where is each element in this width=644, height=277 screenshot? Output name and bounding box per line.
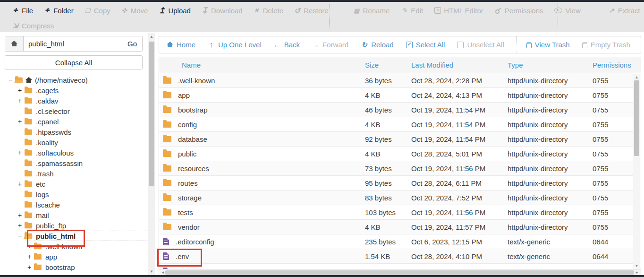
table-row[interactable]: .well-known 36 bytes Oct 28, 2024, 2:28 … xyxy=(159,73,634,88)
back-button[interactable]: Back xyxy=(274,41,300,49)
file-name: .well-known xyxy=(178,77,215,85)
tree-item[interactable]: + .cagefs xyxy=(5,85,144,95)
table-row[interactable]: vendor 4 KB Oct 19, 2024, 11:57 PM httpd… xyxy=(159,220,634,234)
tree-toggle[interactable]: + xyxy=(27,253,34,260)
table-row[interactable]: routes 95 bytes Oct 28, 2024, 6:11 PM ht… xyxy=(159,176,634,190)
scroll-down-arrow-icon[interactable]: ▼ xyxy=(148,269,155,274)
upload-button[interactable]: Upload xyxy=(158,7,191,15)
tree-item-label: .caldav xyxy=(36,97,59,105)
tree-item[interactable]: − public_html xyxy=(5,231,144,241)
restore-button[interactable]: Restore xyxy=(294,7,329,15)
tree-toggle[interactable]: + xyxy=(18,87,25,94)
tree-item[interactable]: + etc xyxy=(5,179,144,189)
folder-icon xyxy=(25,202,32,207)
permissions-button[interactable]: Permissions xyxy=(495,7,543,15)
table-scrollbar[interactable]: ▲ ▼ xyxy=(633,74,640,269)
scroll-up-arrow-icon[interactable]: ▲ xyxy=(633,75,640,79)
folder-icon xyxy=(163,107,171,113)
table-row[interactable]: app 4 KB Oct 24, 2024, 4:13 PM httpd/uni… xyxy=(159,88,634,103)
tree-item[interactable]: + bootstrap xyxy=(5,262,144,272)
tree-toggle[interactable]: + xyxy=(18,118,25,125)
table-row[interactable]: tests 103 bytes Oct 19, 2024, 11:56 PM h… xyxy=(159,205,634,220)
go-button[interactable]: Go xyxy=(122,36,142,51)
horizontal-scrollbar-thumb[interactable] xyxy=(165,270,634,275)
tree-item[interactable]: + public_ftp xyxy=(5,220,144,231)
compress-button[interactable]: Compress xyxy=(12,22,54,30)
table-row[interactable]: .editorconfig 235 bytes Oct 6, 2023, 12:… xyxy=(159,234,634,249)
table-row[interactable]: bootstrap 46 bytes Oct 19, 2024, 11:54 P… xyxy=(159,103,634,117)
delete-button[interactable]: Delete xyxy=(253,7,283,15)
tree-toggle[interactable]: + xyxy=(18,211,25,219)
tree-item[interactable]: .spamassassin xyxy=(5,158,144,168)
download-button[interactable]: Download xyxy=(201,7,243,15)
tree-item[interactable]: .trash xyxy=(5,168,144,179)
tree-item[interactable]: .koality xyxy=(5,137,144,147)
sidebar-scrollbar-thumb[interactable] xyxy=(149,42,154,186)
scroll-up-arrow-icon[interactable]: ▲ xyxy=(148,35,155,39)
checkbox-empty-icon xyxy=(457,42,464,48)
table-row[interactable]: config 4 KB Oct 19, 2024, 11:54 PM httpd… xyxy=(159,117,634,132)
file-button-label: File xyxy=(22,7,33,15)
toolbar-row-2: Compress xyxy=(12,19,54,32)
column-header-type[interactable]: Type xyxy=(508,61,593,69)
tree-item[interactable]: + .well-known xyxy=(5,241,144,251)
column-header-size[interactable]: Size xyxy=(365,61,411,69)
checkbox-checked-icon xyxy=(406,42,413,48)
tree-item[interactable]: + .caldav xyxy=(5,95,144,106)
column-header-permissions[interactable]: Permissions xyxy=(593,61,641,69)
file-size: 95 bytes xyxy=(365,179,411,187)
tree-toggle[interactable]: + xyxy=(27,263,34,271)
table-row[interactable]: database 92 bytes Oct 19, 2024, 11:54 PM… xyxy=(159,132,634,147)
column-header-name[interactable]: Name xyxy=(159,61,365,69)
horizontal-scrollbar[interactable]: ◄ ► xyxy=(159,269,641,276)
unselect-all-button[interactable]: Unselect All xyxy=(457,41,504,49)
table-scrollbar-thumb[interactable] xyxy=(634,80,639,156)
reload-button[interactable]: Reload xyxy=(361,41,394,49)
edit-button-label: Edit xyxy=(411,7,423,15)
view-trash-button[interactable]: View Trash xyxy=(526,41,570,49)
scroll-down-arrow-icon[interactable]: ▼ xyxy=(633,264,640,268)
file-type: text/x-generic xyxy=(508,238,593,246)
select-all-button[interactable]: Select All xyxy=(406,41,445,49)
home-path-button[interactable] xyxy=(5,36,24,51)
folder-icon xyxy=(163,78,171,84)
tree-toggle[interactable]: + xyxy=(18,222,25,229)
tree-item[interactable]: − (/home/nativeco) xyxy=(5,75,144,85)
up-one-level-button[interactable]: Up One Level xyxy=(208,41,262,49)
sidebar-scrollbar[interactable]: ▲ ▼ xyxy=(148,33,155,275)
file-button[interactable]: File xyxy=(12,7,33,15)
tree-item[interactable]: .cl.selector xyxy=(5,106,144,116)
home-button[interactable]: Home xyxy=(167,41,195,49)
path-input[interactable] xyxy=(24,36,122,51)
tree-item[interactable]: + mail xyxy=(5,210,144,220)
rename-button[interactable]: Rename xyxy=(353,7,390,15)
delete-button-label: Delete xyxy=(263,7,283,15)
tree-toggle[interactable]: + xyxy=(18,97,25,104)
tree-item[interactable]: + app xyxy=(5,251,144,262)
tree-item[interactable]: .htpasswds xyxy=(5,127,144,137)
column-header-last-modified[interactable]: Last Modified xyxy=(411,61,508,69)
edit-button[interactable]: Edit xyxy=(401,7,423,15)
table-row[interactable]: public 4 KB Oct 28, 2024, 5:01 PM httpd/… xyxy=(159,147,634,161)
tree-item[interactable]: lscache xyxy=(5,199,144,210)
extract-button[interactable]: Extract xyxy=(608,7,640,15)
collapse-all-button[interactable]: Collapse All xyxy=(5,55,143,69)
file-permissions: 0644 xyxy=(593,238,634,246)
tree-toggle[interactable]: + xyxy=(27,242,34,250)
tree-item[interactable]: logs xyxy=(5,189,144,199)
forward-button[interactable]: Forward xyxy=(312,41,348,49)
tree-item[interactable]: + .softaculous xyxy=(5,147,144,158)
table-row[interactable]: .env 1.54 KB Oct 28, 2024, 4:10 PM text/… xyxy=(159,249,634,264)
view-button[interactable]: View xyxy=(554,7,580,15)
table-row[interactable]: resources 73 bytes Oct 19, 2024, 11:56 P… xyxy=(159,161,634,176)
file-name: config xyxy=(178,121,197,129)
folder-button[interactable]: Folder xyxy=(43,7,74,15)
empty-trash-button[interactable]: Empty Trash xyxy=(582,41,630,49)
tree-toggle[interactable]: + xyxy=(18,149,25,156)
html-editor-button[interactable]: HTML Editor xyxy=(434,7,483,15)
copy-button[interactable]: Copy xyxy=(84,7,110,15)
tree-toggle[interactable]: + xyxy=(18,180,25,188)
move-button[interactable]: Move xyxy=(121,7,148,15)
tree-item[interactable]: + .cpanel xyxy=(5,116,144,127)
table-row[interactable]: storage 83 bytes Oct 20, 2024, 7:52 PM h… xyxy=(159,190,634,205)
